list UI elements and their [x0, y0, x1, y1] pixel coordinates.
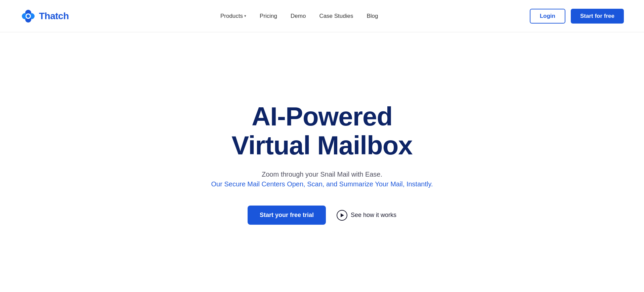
login-button[interactable]: Login [530, 9, 565, 24]
nav-blog[interactable]: Blog [367, 13, 378, 20]
hero-subtitle-1: Zoom through your Snail Mail with Ease. [262, 171, 382, 178]
nav-demo[interactable]: Demo [291, 13, 306, 20]
main-nav: Products ▾ Pricing Demo Case Studies Blo… [220, 13, 378, 20]
start-trial-button[interactable]: Start your free trial [248, 206, 326, 225]
hero-title: AI-Powered Virtual Mailbox [231, 102, 412, 160]
hero-actions: Start your free trial See how it works [248, 206, 396, 225]
products-dropdown-icon: ▾ [244, 14, 246, 18]
nav-case-studies[interactable]: Case Studies [319, 13, 353, 20]
nav-products[interactable]: Products ▾ [220, 13, 246, 20]
logo-icon [20, 8, 36, 24]
hero-subtitle-2: Our Secure Mail Centers Open, Scan, and … [211, 180, 433, 188]
logo[interactable]: Thatch [20, 8, 69, 24]
header-actions: Login Start for free [530, 9, 624, 24]
svg-point-5 [27, 14, 30, 18]
logo-text: Thatch [39, 11, 69, 22]
see-how-it-works-button[interactable]: See how it works [337, 210, 396, 221]
play-triangle-icon [341, 213, 344, 217]
hero-content: AI-Powered Virtual Mailbox Zoom through … [0, 32, 644, 281]
site-header: Thatch Products ▾ Pricing Demo Case Stud… [0, 0, 644, 32]
hero-section: AI-Powered Virtual Mailbox Zoom through … [0, 32, 644, 281]
start-for-free-button[interactable]: Start for free [571, 9, 624, 24]
nav-pricing[interactable]: Pricing [260, 13, 277, 20]
play-icon [337, 210, 347, 221]
